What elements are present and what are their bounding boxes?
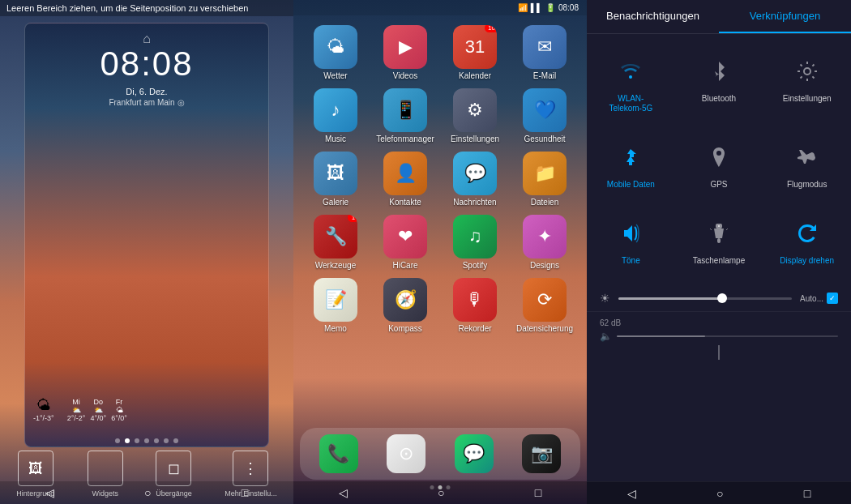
- volume-icon: [613, 216, 648, 251]
- app-icon-4: ♪: [314, 88, 357, 132]
- dock-app-0[interactable]: 📞: [318, 433, 360, 475]
- app-label-18: Rekorder: [458, 324, 491, 333]
- app-wetter[interactable]: 🌤Wetter: [301, 22, 370, 83]
- recent-button-2[interactable]: □: [528, 483, 548, 502]
- app-label-2: Kalender: [459, 71, 491, 80]
- tab-benachrichtigungen[interactable]: Benachrichtigungen: [587, 0, 719, 33]
- app-icon-12: 🔧1: [314, 215, 357, 258]
- lock-time: 08:08: [100, 45, 193, 83]
- home-icon: ⌂: [143, 32, 151, 46]
- app-label-17: Kompass: [388, 324, 422, 333]
- display-drehen-label: Display drehen: [780, 256, 834, 266]
- home-button-1[interactable]: ○: [138, 483, 157, 502]
- app-videos[interactable]: ▶Videos: [371, 22, 439, 83]
- qs-flugmodus[interactable]: Flugmodus: [763, 126, 851, 203]
- qs-toene[interactable]: Töne: [587, 203, 675, 279]
- app-music[interactable]: ♪Music: [301, 85, 370, 147]
- app-datensicherung[interactable]: ⟳Datensicherung: [511, 275, 579, 336]
- dock-app-1[interactable]: ⊙: [385, 433, 427, 475]
- nav-bar-3: ◁ ○ □: [587, 481, 851, 504]
- app-icon-2: 3110: [453, 25, 497, 69]
- app-kalender[interactable]: 3110Kalender: [441, 22, 509, 83]
- app-label-1: Videos: [393, 71, 417, 80]
- toene-label: Töne: [622, 256, 640, 266]
- settings-icon: [789, 53, 825, 89]
- dot-6: [164, 438, 169, 443]
- app-label-9: Kontakte: [389, 198, 421, 207]
- qs-display-drehen[interactable]: Display drehen: [763, 203, 851, 279]
- flashlight-icon: [701, 216, 737, 251]
- wifi-status-icon: 📶: [518, 3, 528, 12]
- brightness-auto: Auto... ✓: [800, 293, 838, 304]
- brightness-icon: ☀: [600, 292, 610, 305]
- app-einstellungen[interactable]: ⚙Einstellungen: [441, 85, 509, 147]
- app-icon-16: 📝: [314, 278, 357, 322]
- qs-bluetooth[interactable]: Bluetooth: [675, 41, 763, 126]
- app-icon-5: 📱: [383, 88, 427, 132]
- dock-icon-2: 💬: [455, 434, 494, 473]
- qs-mobile-daten[interactable]: Mobile Daten: [587, 126, 675, 203]
- app-label-8: Galerie: [323, 198, 349, 207]
- qs-gps[interactable]: GPS: [675, 126, 763, 203]
- weather-strip: 🌤 -1°/-3° Mi⛅2°/-2° Do⛅4°/0° Fr🌤6°/0°: [33, 397, 260, 422]
- app-telefonmanager[interactable]: 📱Telefonmanager: [371, 85, 439, 147]
- dot-5: [154, 438, 159, 443]
- app-spotify[interactable]: ♫Spotify: [441, 211, 509, 273]
- gps-label: GPS: [710, 180, 727, 190]
- dock-icon-3: 📷: [522, 434, 561, 473]
- tab-verknuepfungen[interactable]: Verknüpfungen: [719, 0, 851, 33]
- app-designs[interactable]: ✦Designs: [511, 211, 579, 273]
- qs-einstellungen[interactable]: Einstellungen: [763, 41, 851, 126]
- app-gesundheit[interactable]: 💙Gesundheit: [511, 85, 579, 147]
- wifi-icon: [613, 53, 648, 89]
- app-dateien[interactable]: 📁Dateien: [511, 148, 579, 210]
- auto-check-icon: ✓: [827, 293, 838, 304]
- svg-line-5: [710, 229, 712, 230]
- phone-preview: ⌂ 08:08 Di, 6. Dez. Frankfurt am Main ◎ …: [24, 23, 269, 447]
- app-rekorder[interactable]: 🎙Rekorder: [441, 275, 509, 336]
- app-badge-2: 10: [485, 25, 497, 32]
- app-label-12: Werkzeuge: [315, 261, 356, 270]
- app-nachrichten[interactable]: 💬Nachrichten: [441, 148, 509, 210]
- app-kontakte[interactable]: 👤Kontakte: [371, 148, 439, 210]
- app-galerie[interactable]: 🖼Galerie: [301, 148, 370, 210]
- dock-app-3[interactable]: 📷: [520, 433, 562, 475]
- back-button-2[interactable]: ◁: [332, 483, 354, 502]
- page-dots: [115, 438, 178, 443]
- app-memo[interactable]: 📝Memo: [301, 275, 370, 336]
- dot-4: [144, 438, 149, 443]
- vol-track[interactable]: [617, 335, 838, 337]
- dock-icon-0: 📞: [319, 434, 358, 473]
- brightness-slider[interactable]: [618, 297, 792, 300]
- panel3-quick-settings: Benachrichtigungen Verknüpfungen WLAN-Te…: [587, 0, 851, 504]
- app-badge-12: 1: [348, 215, 357, 222]
- volume-bar: 🔈: [600, 331, 838, 342]
- back-button-1[interactable]: ◁: [39, 483, 61, 502]
- app-icon-19: ⟳: [523, 278, 567, 322]
- qs-taschenlampe[interactable]: Taschenlampe: [675, 203, 763, 279]
- app-werkzeuge[interactable]: 🔧1Werkzeuge: [301, 211, 370, 273]
- app-e-mail[interactable]: ✉E-Mail: [511, 22, 579, 83]
- app-icon-18: 🎙: [453, 278, 497, 322]
- dock-app-2[interactable]: 💬: [453, 433, 495, 475]
- flugmodus-label: Flugmodus: [787, 180, 827, 190]
- back-button-3[interactable]: ◁: [621, 484, 643, 503]
- app-hicare[interactable]: ❤HiCare: [371, 211, 439, 273]
- wlan-label: WLAN-Telekom-5G: [609, 94, 652, 113]
- apps-grid: 🌤Wetter▶Videos3110Kalender✉E-Mail♪Music📱…: [293, 15, 587, 343]
- status-bar: 📶 ▌▌ 🔋 08:08: [293, 0, 587, 15]
- weather-today: 🌤 -1°/-3°: [33, 397, 54, 422]
- panel1-lock-screen: Leeren Bereich ziehen, um die Seitenposi…: [0, 0, 293, 504]
- mobile-daten-label: Mobile Daten: [607, 180, 655, 190]
- qs-wlan[interactable]: WLAN-Telekom-5G: [587, 41, 675, 126]
- home-button-2[interactable]: ○: [431, 483, 451, 502]
- home-button-3[interactable]: ○: [710, 484, 729, 503]
- recent-button-1[interactable]: □: [235, 483, 254, 502]
- app-icon-15: ✦: [523, 215, 567, 258]
- lock-date: Di, 6. Dez.: [126, 87, 167, 96]
- app-icon-6: ⚙: [453, 88, 497, 132]
- taschenlampe-label: Taschenlampe: [693, 256, 745, 266]
- airplane-icon: [789, 139, 825, 175]
- recent-button-3[interactable]: □: [798, 484, 817, 503]
- app-kompass[interactable]: 🧭Kompass: [371, 275, 439, 336]
